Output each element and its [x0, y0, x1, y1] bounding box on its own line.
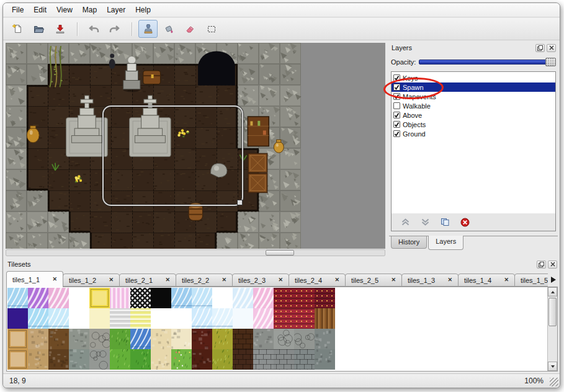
close-tab-icon[interactable]: ✕	[391, 277, 396, 283]
eraser-tool-button[interactable]	[181, 20, 200, 38]
layer-name: Spawn	[403, 84, 424, 91]
tab-label: tiles_2_3	[238, 277, 266, 284]
menu-edit[interactable]: Edit	[29, 4, 51, 16]
tilesets-panel-close-icon[interactable]	[548, 261, 557, 269]
horizontal-scrollbar-thumb[interactable]	[266, 250, 294, 256]
up-arrow-icon	[551, 291, 555, 293]
close-tab-icon[interactable]: ✕	[504, 277, 509, 283]
tileset-tab-tiles_2_1[interactable]: tiles_2_1✕	[119, 274, 176, 287]
open-folder-icon	[34, 24, 45, 34]
tileset-tab-tiles_1_2[interactable]: tiles_1_2✕	[63, 274, 120, 287]
tab-label: tiles_1_3	[408, 277, 435, 284]
menu-file[interactable]: File	[7, 4, 29, 16]
menu-view[interactable]: View	[51, 4, 78, 16]
layer-row-walkable[interactable]: Walkable	[392, 101, 555, 110]
select-tool-icon	[207, 24, 217, 34]
undo-icon	[88, 24, 99, 34]
tilesets-panel-title: Tilesets	[5, 261, 31, 268]
close-tab-icon[interactable]: ✕	[109, 277, 114, 283]
tileset-tab-tiles_1_4[interactable]: tiles_1_4✕	[458, 274, 515, 287]
save-icon	[55, 24, 65, 34]
tab-layers[interactable]: Layers	[428, 236, 463, 250]
layer-row-objects[interactable]: Objects	[392, 120, 555, 129]
layer-buttons-row	[391, 213, 556, 231]
tilesets-panel-header: Tilesets	[5, 259, 559, 269]
layer-row-above[interactable]: Above	[392, 110, 555, 120]
tileset-palette-canvas[interactable]	[7, 288, 335, 370]
opacity-label: Opacity:	[391, 58, 419, 66]
menu-layer[interactable]: Layer	[102, 4, 130, 16]
layer-row-mapevents[interactable]: Mapevents	[392, 92, 555, 101]
layers-panel-title: Layers	[389, 44, 412, 51]
map-canvas[interactable]	[6, 43, 303, 249]
fill-tool-button[interactable]	[159, 20, 179, 38]
duplicate-layer-button[interactable]	[439, 216, 450, 228]
map-horizontal-scrollbar[interactable]	[6, 249, 385, 256]
tab-label: tiles_1_5	[521, 277, 548, 284]
layer-checkbox-above[interactable]	[393, 112, 400, 118]
layer-checkbox-walkable[interactable]	[393, 102, 400, 109]
tileset-tab-tiles_2_4[interactable]: tiles_2_4✕	[289, 274, 346, 287]
layer-name: Ground	[403, 130, 426, 138]
scroll-down-button[interactable]	[548, 362, 557, 371]
move-layer-up-button[interactable]	[400, 216, 411, 228]
opacity-slider-handle[interactable]	[545, 58, 556, 66]
menu-map[interactable]: Map	[78, 4, 102, 16]
layer-name: Mapevents	[403, 93, 436, 100]
redo-button[interactable]	[105, 20, 124, 38]
layer-row-spawn[interactable]: Spawn	[392, 82, 555, 92]
close-tab-icon[interactable]: ✕	[278, 277, 283, 283]
tab-history[interactable]: History	[391, 236, 427, 249]
layer-checkbox-ground[interactable]	[393, 130, 400, 137]
map-viewport[interactable]	[6, 43, 385, 249]
stamp-tool-icon	[143, 24, 153, 34]
tab-scroll-right-button[interactable]	[548, 274, 558, 286]
close-tab-icon[interactable]: ✕	[52, 277, 57, 282]
layer-checkbox-mapevents[interactable]	[393, 93, 400, 100]
scroll-up-button[interactable]	[548, 287, 557, 296]
layers-panel-float-icon[interactable]	[535, 44, 545, 52]
layer-list: KeysSpawnMapeventsWalkableAboveObjectsGr…	[391, 71, 556, 214]
stamp-tool-button[interactable]	[138, 20, 158, 38]
tileset-tab-tiles_1_5[interactable]: tiles_1_5✕	[514, 274, 548, 287]
close-tab-icon[interactable]: ✕	[334, 277, 339, 283]
layers-history-tabs: HistoryLayers	[389, 236, 558, 256]
tab-label: tiles_2_4	[295, 277, 322, 284]
close-tab-icon[interactable]: ✕	[222, 277, 226, 283]
tilesets-panel-float-icon[interactable]	[537, 261, 546, 269]
menu-help[interactable]: Help	[130, 4, 156, 16]
tileset-tabbar: tiles_1_1✕tiles_1_2✕tiles_2_1✕tiles_2_2✕…	[5, 270, 559, 287]
tab-label: tiles_1_4	[464, 277, 491, 284]
undo-button[interactable]	[84, 20, 103, 38]
toolbar-separator	[132, 22, 133, 36]
new-file-button[interactable]	[8, 20, 27, 38]
open-button[interactable]	[29, 20, 48, 38]
tileset-tab-tiles_2_3[interactable]: tiles_2_3✕	[232, 274, 289, 287]
opacity-slider[interactable]	[419, 58, 556, 66]
palette-vertical-scrollbar[interactable]	[547, 287, 557, 371]
status-bar: 18, 9 100%	[3, 373, 560, 388]
close-tab-icon[interactable]: ✕	[447, 277, 452, 283]
tab-label: tiles_2_1	[125, 277, 153, 284]
delete-layer-button[interactable]	[459, 216, 470, 228]
save-button[interactable]	[50, 20, 69, 38]
layer-checkbox-objects[interactable]	[393, 121, 400, 128]
close-tab-icon[interactable]: ✕	[165, 277, 170, 283]
layer-row-keys[interactable]: Keys	[392, 73, 555, 82]
tileset-palette-area	[6, 287, 558, 372]
select-tool-button[interactable]	[202, 20, 221, 38]
layer-checkbox-keys[interactable]	[393, 74, 400, 81]
tileset-tab-tiles_2_5[interactable]: tiles_2_5✕	[345, 274, 402, 287]
tileset-tab-tiles_1_1[interactable]: tiles_1_1✕	[6, 271, 63, 287]
fill-tool-icon	[164, 24, 174, 34]
layer-row-ground[interactable]: Ground	[392, 129, 555, 138]
move-layer-down-button[interactable]	[419, 216, 431, 228]
opacity-row: Opacity:	[391, 56, 556, 68]
tileset-tab-tiles_1_3[interactable]: tiles_1_3✕	[401, 274, 459, 287]
layer-checkbox-spawn[interactable]	[393, 84, 400, 91]
layers-panel-close-icon[interactable]	[547, 44, 556, 52]
tileset-tab-tiles_2_2[interactable]: tiles_2_2✕	[176, 274, 233, 287]
down-arrow-icon	[551, 365, 555, 368]
vertical-scrollbar-thumb[interactable]	[548, 298, 557, 326]
resize-grip[interactable]	[550, 378, 558, 386]
